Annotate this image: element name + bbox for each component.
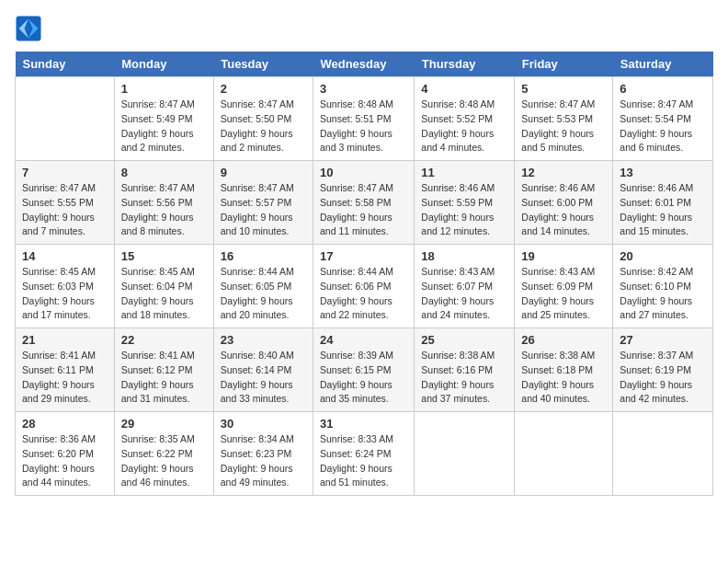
calendar-cell <box>515 412 613 496</box>
day-info: Sunrise: 8:45 AMSunset: 6:04 PMDaylight:… <box>121 265 207 323</box>
day-info: Sunrise: 8:44 AMSunset: 6:05 PMDaylight:… <box>221 265 306 323</box>
calendar-cell: 21Sunrise: 8:41 AMSunset: 6:11 PMDayligh… <box>16 328 115 412</box>
calendar-cell: 25Sunrise: 8:38 AMSunset: 6:16 PMDayligh… <box>415 328 515 412</box>
calendar-cell: 24Sunrise: 8:39 AMSunset: 6:15 PMDayligh… <box>313 328 414 412</box>
calendar-cell: 6Sunrise: 8:47 AMSunset: 5:54 PMDaylight… <box>613 77 713 161</box>
day-info: Sunrise: 8:47 AMSunset: 5:55 PMDaylight:… <box>22 181 108 239</box>
day-number: 27 <box>620 333 706 347</box>
calendar-cell: 28Sunrise: 8:36 AMSunset: 6:20 PMDayligh… <box>16 412 115 496</box>
day-number: 5 <box>521 82 606 96</box>
calendar-cell: 5Sunrise: 8:47 AMSunset: 5:53 PMDaylight… <box>515 77 613 161</box>
day-info: Sunrise: 8:47 AMSunset: 5:57 PMDaylight:… <box>221 181 306 239</box>
calendar-cell: 20Sunrise: 8:42 AMSunset: 6:10 PMDayligh… <box>613 245 713 328</box>
calendar-cell <box>16 77 115 161</box>
calendar-cell: 7Sunrise: 8:47 AMSunset: 5:55 PMDaylight… <box>16 161 115 245</box>
day-info: Sunrise: 8:48 AMSunset: 5:51 PMDaylight:… <box>320 98 407 155</box>
logo <box>15 15 46 42</box>
day-info: Sunrise: 8:33 AMSunset: 6:24 PMDaylight:… <box>320 432 407 490</box>
header-wednesday: Wednesday <box>313 52 414 77</box>
header-thursday: Thursday <box>415 52 515 77</box>
day-number: 19 <box>521 249 606 263</box>
day-info: Sunrise: 8:39 AMSunset: 6:15 PMDaylight:… <box>320 349 407 407</box>
day-number: 13 <box>620 166 706 179</box>
calendar-cell: 19Sunrise: 8:43 AMSunset: 6:09 PMDayligh… <box>515 245 613 328</box>
day-number: 8 <box>121 166 207 179</box>
day-info: Sunrise: 8:47 AMSunset: 5:49 PMDaylight:… <box>121 98 207 155</box>
day-number: 20 <box>620 249 706 263</box>
calendar-cell: 31Sunrise: 8:33 AMSunset: 6:24 PMDayligh… <box>313 412 414 496</box>
day-info: Sunrise: 8:34 AMSunset: 6:23 PMDaylight:… <box>221 432 306 490</box>
calendar-cell: 22Sunrise: 8:41 AMSunset: 6:12 PMDayligh… <box>114 328 213 412</box>
day-info: Sunrise: 8:42 AMSunset: 6:10 PMDaylight:… <box>620 265 706 323</box>
day-info: Sunrise: 8:41 AMSunset: 6:12 PMDaylight:… <box>121 349 207 407</box>
day-number: 14 <box>22 249 108 263</box>
day-number: 9 <box>221 166 306 179</box>
day-number: 3 <box>320 82 407 96</box>
day-number: 25 <box>421 333 507 347</box>
day-info: Sunrise: 8:38 AMSunset: 6:16 PMDaylight:… <box>421 349 507 407</box>
day-info: Sunrise: 8:47 AMSunset: 5:54 PMDaylight:… <box>620 98 706 155</box>
day-info: Sunrise: 8:37 AMSunset: 6:19 PMDaylight:… <box>620 349 706 407</box>
header-sunday: Sunday <box>16 52 115 77</box>
calendar-cell <box>613 412 713 496</box>
calendar-cell: 2Sunrise: 8:47 AMSunset: 5:50 PMDaylight… <box>213 77 313 161</box>
calendar-cell: 1Sunrise: 8:47 AMSunset: 5:49 PMDaylight… <box>114 77 213 161</box>
day-number: 11 <box>421 166 507 179</box>
week-row-4: 21Sunrise: 8:41 AMSunset: 6:11 PMDayligh… <box>16 328 713 412</box>
day-number: 18 <box>421 249 507 263</box>
header-tuesday: Tuesday <box>213 52 313 77</box>
calendar-cell: 17Sunrise: 8:44 AMSunset: 6:06 PMDayligh… <box>313 245 414 328</box>
page-header <box>15 15 713 42</box>
day-number: 6 <box>620 82 706 96</box>
calendar-cell: 16Sunrise: 8:44 AMSunset: 6:05 PMDayligh… <box>213 245 313 328</box>
calendar-cell: 11Sunrise: 8:46 AMSunset: 5:59 PMDayligh… <box>415 161 515 245</box>
day-info: Sunrise: 8:45 AMSunset: 6:03 PMDaylight:… <box>22 265 108 323</box>
day-info: Sunrise: 8:44 AMSunset: 6:06 PMDaylight:… <box>320 265 407 323</box>
calendar-cell: 29Sunrise: 8:35 AMSunset: 6:22 PMDayligh… <box>114 412 213 496</box>
logo-icon <box>15 15 42 42</box>
day-info: Sunrise: 8:46 AMSunset: 5:59 PMDaylight:… <box>421 181 507 239</box>
header-friday: Friday <box>515 52 613 77</box>
week-row-5: 28Sunrise: 8:36 AMSunset: 6:20 PMDayligh… <box>16 412 713 496</box>
calendar-cell <box>415 412 515 496</box>
day-info: Sunrise: 8:46 AMSunset: 6:00 PMDaylight:… <box>521 181 606 239</box>
calendar-cell: 8Sunrise: 8:47 AMSunset: 5:56 PMDaylight… <box>114 161 213 245</box>
day-number: 10 <box>320 166 407 179</box>
day-number: 29 <box>121 417 207 431</box>
week-row-3: 14Sunrise: 8:45 AMSunset: 6:03 PMDayligh… <box>16 245 713 328</box>
day-info: Sunrise: 8:47 AMSunset: 5:50 PMDaylight:… <box>221 98 306 155</box>
day-info: Sunrise: 8:46 AMSunset: 6:01 PMDaylight:… <box>620 181 706 239</box>
day-number: 4 <box>421 82 507 96</box>
day-number: 12 <box>521 166 606 179</box>
week-row-2: 7Sunrise: 8:47 AMSunset: 5:55 PMDaylight… <box>16 161 713 245</box>
day-info: Sunrise: 8:35 AMSunset: 6:22 PMDaylight:… <box>121 432 207 490</box>
day-number: 21 <box>22 333 108 347</box>
day-number: 24 <box>320 333 407 347</box>
day-info: Sunrise: 8:41 AMSunset: 6:11 PMDaylight:… <box>22 349 108 407</box>
day-info: Sunrise: 8:43 AMSunset: 6:07 PMDaylight:… <box>421 265 507 323</box>
day-number: 2 <box>221 82 306 96</box>
day-number: 31 <box>320 417 407 431</box>
calendar-cell: 27Sunrise: 8:37 AMSunset: 6:19 PMDayligh… <box>613 328 713 412</box>
week-row-1: 1Sunrise: 8:47 AMSunset: 5:49 PMDaylight… <box>16 77 713 161</box>
calendar-cell: 26Sunrise: 8:38 AMSunset: 6:18 PMDayligh… <box>515 328 613 412</box>
day-number: 1 <box>121 82 207 96</box>
calendar-cell: 30Sunrise: 8:34 AMSunset: 6:23 PMDayligh… <box>213 412 313 496</box>
calendar-cell: 13Sunrise: 8:46 AMSunset: 6:01 PMDayligh… <box>613 161 713 245</box>
day-info: Sunrise: 8:43 AMSunset: 6:09 PMDaylight:… <box>521 265 606 323</box>
calendar-cell: 23Sunrise: 8:40 AMSunset: 6:14 PMDayligh… <box>213 328 313 412</box>
calendar-table: SundayMondayTuesdayWednesdayThursdayFrid… <box>15 52 713 496</box>
header-saturday: Saturday <box>613 52 713 77</box>
calendar-cell: 14Sunrise: 8:45 AMSunset: 6:03 PMDayligh… <box>16 245 115 328</box>
day-number: 23 <box>221 333 306 347</box>
day-info: Sunrise: 8:47 AMSunset: 5:58 PMDaylight:… <box>320 181 407 239</box>
calendar-cell: 3Sunrise: 8:48 AMSunset: 5:51 PMDaylight… <box>313 77 414 161</box>
day-number: 17 <box>320 249 407 263</box>
day-number: 30 <box>221 417 306 431</box>
day-info: Sunrise: 8:40 AMSunset: 6:14 PMDaylight:… <box>221 349 306 407</box>
calendar-cell: 9Sunrise: 8:47 AMSunset: 5:57 PMDaylight… <box>213 161 313 245</box>
day-number: 16 <box>221 249 306 263</box>
day-number: 22 <box>121 333 207 347</box>
day-number: 15 <box>121 249 207 263</box>
day-info: Sunrise: 8:48 AMSunset: 5:52 PMDaylight:… <box>421 98 507 155</box>
